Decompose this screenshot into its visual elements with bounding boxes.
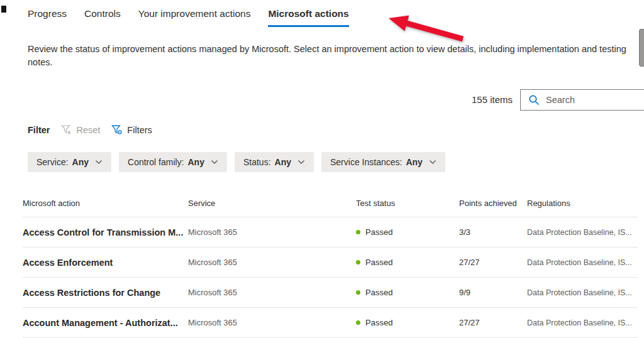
- action-title-link[interactable]: Access Enforcement: [23, 258, 188, 268]
- filter-pills-row: Service: Any Control family: Any Status:…: [28, 152, 445, 172]
- regulations-cell: Data Protection Baseline, IS...: [527, 319, 638, 327]
- filters-button[interactable]: Filters: [111, 124, 152, 135]
- column-header-regulations[interactable]: Regulations: [527, 199, 638, 208]
- red-arrow-annotation-icon: [375, 10, 470, 45]
- filter-label: Filter: [28, 125, 50, 135]
- compliance-manager-microsoft-actions-page: Progress Controls Your improvement actio…: [0, 0, 644, 338]
- tab-bar: Progress Controls Your improvement actio…: [28, 8, 349, 27]
- pill-value: Any: [72, 157, 89, 167]
- pill-label: Status:: [243, 157, 271, 167]
- test-status-cell: Passed: [356, 318, 459, 327]
- test-status-cell: Passed: [356, 227, 459, 237]
- tab-microsoft-actions[interactable]: Microsoft actions: [268, 8, 348, 27]
- table-row[interactable]: Access Restrictions for Change Microsoft…: [23, 278, 638, 308]
- tab-controls[interactable]: Controls: [84, 8, 121, 27]
- service-cell: Microsoft 365: [188, 288, 356, 297]
- items-count-label: 155 items: [472, 94, 513, 105]
- filter-pill-service-instances[interactable]: Service Instances: Any: [321, 152, 445, 172]
- test-status-cell: Passed: [356, 288, 459, 297]
- table-header-row: Microsoft action Service Test status Poi…: [23, 190, 638, 217]
- pill-label: Service:: [36, 157, 69, 167]
- filters-label: Filters: [127, 125, 152, 135]
- chevron-down-icon: [429, 160, 436, 165]
- pill-label: Service Instances:: [330, 157, 402, 167]
- action-title-link[interactable]: Access Control for Transmission M...: [23, 227, 188, 237]
- status-text: Passed: [365, 227, 392, 237]
- filter-pill-control-family[interactable]: Control family: Any: [119, 152, 227, 172]
- regulations-cell: Data Protection Baseline, IS...: [527, 288, 638, 297]
- page-description: Review the status of improvement actions…: [28, 43, 636, 69]
- passed-status-dot-icon: [356, 260, 360, 264]
- passed-status-dot-icon: [356, 230, 360, 234]
- points-achieved-cell: 9/9: [459, 288, 527, 297]
- passed-status-dot-icon: [356, 320, 360, 325]
- column-header-test-status[interactable]: Test status: [356, 199, 459, 208]
- column-header-points-achieved[interactable]: Points achieved: [459, 199, 527, 208]
- microsoft-actions-table: Microsoft action Service Test status Poi…: [23, 190, 638, 338]
- filter-pill-status[interactable]: Status: Any: [235, 152, 314, 172]
- search-input[interactable]: [545, 94, 629, 106]
- regulations-cell: Data Protection Baseline, IS...: [527, 228, 638, 237]
- pill-value: Any: [188, 157, 204, 167]
- action-title-link[interactable]: Access Restrictions for Change: [23, 288, 188, 298]
- table-row[interactable]: Account Management - Authorizat... Micro…: [23, 308, 638, 338]
- reset-filters-button[interactable]: Reset: [61, 124, 100, 135]
- points-achieved-cell: 3/3: [459, 227, 527, 237]
- scrollbar-thumb[interactable]: [639, 29, 644, 67]
- tab-progress[interactable]: Progress: [28, 8, 67, 27]
- table-row[interactable]: Access Control for Transmission M... Mic…: [23, 217, 638, 248]
- reset-label: Reset: [76, 125, 100, 135]
- status-text: Passed: [365, 318, 392, 327]
- passed-status-dot-icon: [356, 290, 360, 295]
- filter-pill-service[interactable]: Service: Any: [28, 152, 111, 172]
- pill-value: Any: [406, 157, 422, 167]
- pill-value: Any: [275, 157, 291, 167]
- test-status-cell: Passed: [356, 258, 459, 267]
- search-box[interactable]: [520, 89, 644, 111]
- pill-label: Control family:: [128, 157, 184, 167]
- points-achieved-cell: 27/27: [459, 318, 527, 327]
- points-achieved-cell: 27/27: [459, 258, 527, 267]
- filter-clear-icon: [61, 124, 72, 135]
- chevron-down-icon: [297, 160, 305, 165]
- service-cell: Microsoft 365: [188, 227, 356, 237]
- service-cell: Microsoft 365: [188, 258, 356, 267]
- chevron-down-icon: [211, 160, 218, 165]
- corner-artifact: [1, 6, 6, 13]
- regulations-cell: Data Protection Baseline, IS...: [527, 258, 638, 267]
- action-title-link[interactable]: Account Management - Authorizat...: [23, 318, 188, 328]
- column-header-microsoft-action[interactable]: Microsoft action: [23, 199, 188, 208]
- status-text: Passed: [365, 258, 392, 267]
- table-row[interactable]: Access Enforcement Microsoft 365 Passed …: [23, 248, 638, 278]
- filter-bar: Filter Reset Filters: [28, 124, 152, 135]
- filter-settings-icon: [111, 124, 123, 135]
- status-text: Passed: [365, 288, 392, 297]
- search-icon: [528, 94, 540, 106]
- tab-your-improvement-actions[interactable]: Your improvement actions: [138, 8, 251, 27]
- column-header-service[interactable]: Service: [188, 199, 356, 208]
- service-cell: Microsoft 365: [188, 318, 356, 327]
- chevron-down-icon: [95, 160, 103, 165]
